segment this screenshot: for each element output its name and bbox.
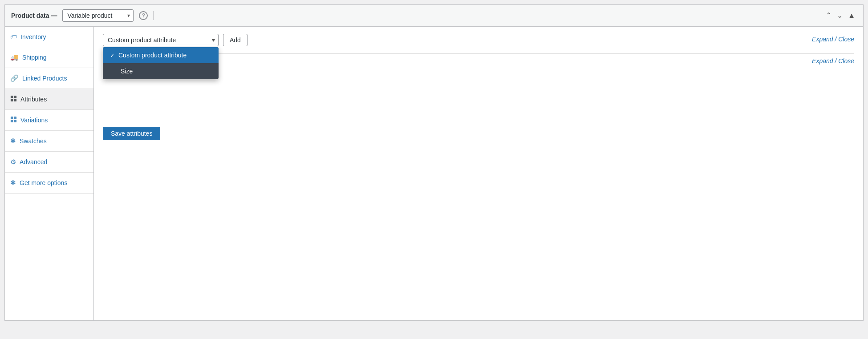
dropdown-item-size-label: Size [121,68,133,75]
attribute-select-value: Custom product attribute [108,36,176,44]
collapse-down-button[interactable]: ⌄ [835,11,844,20]
swatches-icon: ✱ [10,137,16,145]
sidebar-item-shipping[interactable]: 🚚 Shipping [5,47,93,68]
advanced-icon: ⚙ [10,158,16,166]
svg-rect-1 [14,96,16,98]
product-type-select[interactable]: Variable product [62,9,134,22]
add-attribute-button[interactable]: Add [223,34,247,46]
save-attributes-button[interactable]: Save attributes [103,127,160,140]
sidebar-item-attributes-label: Attributes [20,96,47,103]
sidebar-item-linked-products-label: Linked Products [22,75,67,82]
sidebar-item-get-more-options[interactable]: ✱ Get more options [5,173,93,194]
dropdown-item-custom-label: Custom product attribute [118,52,187,59]
svg-rect-2 [11,99,13,101]
get-more-options-icon: ✱ [10,179,16,187]
svg-rect-0 [11,96,13,98]
main-content: Custom product attribute ▾ ✓ Custom prod… [94,27,863,320]
header-divider [153,11,154,20]
dropdown-item-size[interactable]: Size [103,63,219,79]
sidebar-item-advanced-label: Advanced [20,158,47,165]
collapse-toggle-button[interactable]: ▲ [846,11,857,20]
sidebar-item-swatches-label: Swatches [20,137,47,145]
panel-title: Product data — [11,12,57,19]
panel-header: Product data — Variable product ? ⌃ ⌄ ▲ [5,5,863,27]
svg-rect-6 [11,120,13,122]
attribute-select-display[interactable]: Custom product attribute ▾ [103,34,219,46]
expand-close-link-2[interactable]: Expand / Close [812,57,854,65]
sidebar-item-linked-products[interactable]: 🔗 Linked Products [5,68,93,89]
product-data-panel: Product data — Variable product ? ⌃ ⌄ ▲ … [4,4,864,321]
check-icon: ✓ [110,52,115,59]
help-icon[interactable]: ? [139,11,148,20]
sidebar-item-shipping-label: Shipping [22,54,47,61]
sidebar-item-swatches[interactable]: ✱ Swatches [5,131,93,152]
chevron-down-icon: ▾ [212,37,215,43]
svg-rect-4 [11,117,13,119]
attribute-select-wrapper[interactable]: Custom product attribute ▾ ✓ Custom prod… [103,34,219,46]
sidebar-item-inventory-label: Inventory [20,33,46,40]
attribute-row-1: Custom product attribute ▾ ✓ Custom prod… [103,34,854,46]
variations-icon [10,116,17,124]
expand-close-link-1[interactable]: Expand / Close [812,36,854,43]
collapse-up-button[interactable]: ⌃ [824,11,833,20]
attribute-dropdown: ✓ Custom product attribute Size [103,47,219,79]
svg-rect-7 [14,120,16,122]
sidebar-item-variations-label: Variations [20,117,48,124]
sidebar-item-advanced[interactable]: ⚙ Advanced [5,152,93,173]
panel-body: 🏷 Inventory 🚚 Shipping 🔗 Linked Products… [5,27,863,320]
header-controls: ⌃ ⌄ ▲ [824,11,857,20]
sidebar-item-inventory[interactable]: 🏷 Inventory [5,27,93,47]
dropdown-item-custom[interactable]: ✓ Custom product attribute [103,47,219,63]
linked-products-icon: 🔗 [10,74,19,82]
save-attributes-container: Save attributes [103,123,854,140]
attributes-icon [10,95,17,103]
svg-rect-5 [14,117,16,119]
sidebar-item-variations[interactable]: Variations [5,110,93,131]
product-type-select-wrapper[interactable]: Variable product [62,9,134,22]
sidebar: 🏷 Inventory 🚚 Shipping 🔗 Linked Products… [5,27,94,320]
shipping-icon: 🚚 [10,53,19,61]
svg-rect-3 [14,99,16,101]
inventory-icon: 🏷 [10,33,17,40]
sidebar-item-get-more-options-label: Get more options [20,179,67,186]
sidebar-item-attributes[interactable]: Attributes [5,89,93,110]
